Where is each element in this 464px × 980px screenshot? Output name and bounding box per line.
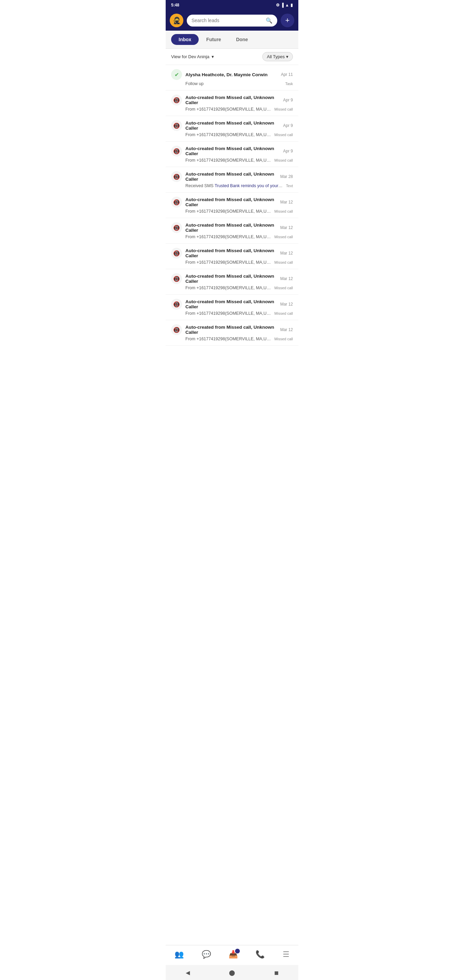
lead-description: Received SMS Trusted Bank reminds you of…: [185, 183, 283, 188]
tab-future[interactable]: Future: [199, 34, 229, 45]
inbox-badge: [235, 949, 240, 953]
list-item[interactable]: 📵 Auto-created from Missed call, Unknown…: [166, 320, 298, 346]
lead-header: 📵 Auto-created from Missed call, Unknown…: [171, 299, 293, 310]
status-bar: 5:48 ⚙ ▐ ▲ ▮: [166, 0, 298, 10]
lead-type-badge: Missed call: [275, 133, 293, 137]
lead-date: Mar 12: [280, 251, 293, 256]
lead-header: 📵 Auto-created from Missed call, Unknown…: [171, 324, 293, 335]
lead-header: 📵 Auto-created from Missed call, Unknown…: [171, 95, 293, 105]
lead-date: Apr 9: [283, 149, 293, 153]
list-item[interactable]: 📵 Auto-created from Missed call, Unknown…: [166, 192, 298, 218]
lead-name-date: Auto-created from Missed call, Unknown C…: [185, 172, 293, 182]
calls-icon: 📞: [256, 950, 265, 959]
chevron-down-icon: ▾: [211, 54, 214, 59]
contacts-icon: 👥: [175, 950, 184, 959]
lead-type-badge: Missed call: [275, 311, 293, 315]
list-item[interactable]: 📵 Auto-created from Missed call, Unknown…: [166, 116, 298, 142]
lead-date: Apr 11: [281, 72, 293, 77]
home-button[interactable]: ⬤: [228, 969, 236, 977]
recent-button[interactable]: ◼: [272, 969, 280, 977]
lead-name: Auto-created from Missed call, Unknown C…: [185, 146, 280, 156]
list-item[interactable]: 📵 Auto-created from Missed call, Unknown…: [166, 142, 298, 167]
system-nav: ◀ ⬤ ◼: [166, 965, 298, 980]
lead-description: From +16177419298(SOMERVILLE, MA,US), to…: [185, 209, 272, 214]
lead-header: 📵 Auto-created from Missed call, Unknown…: [171, 248, 293, 259]
lead-body: From +16177419298(SOMERVILLE, MA,US), to…: [171, 209, 293, 214]
lead-type-badge: Missed call: [275, 260, 293, 264]
lead-avatar: 📵: [171, 146, 182, 156]
lead-type-badge: Task: [285, 82, 293, 86]
menu-icon: ☰: [283, 950, 289, 959]
nav-messages[interactable]: 💬: [196, 949, 216, 960]
lead-date: Mar 12: [280, 225, 293, 230]
filter-row: View for Dev Aninja ▾ All Types ▾: [166, 49, 298, 65]
lead-name-date: Auto-created from Missed call, Unknown C…: [185, 248, 293, 258]
lead-avatar: 📵: [171, 273, 182, 284]
lead-name-date: Auto-created from Missed call, Unknown C…: [185, 146, 293, 156]
lead-avatar: 📵: [171, 299, 182, 310]
lead-body: From +16177419298(SOMERVILLE, MA,US), to…: [171, 285, 293, 290]
search-icon: 🔍: [266, 18, 272, 24]
list-item[interactable]: 📵 Auto-created from Missed call, Unknown…: [166, 91, 298, 116]
search-input[interactable]: [192, 18, 263, 23]
nav-inbox[interactable]: 📥: [223, 949, 243, 960]
list-item[interactable]: 📵 Auto-created from Missed call, Unknown…: [166, 167, 298, 192]
tabs-bar: Inbox Future Done: [166, 30, 298, 49]
tab-inbox[interactable]: Inbox: [171, 34, 199, 45]
settings-icon: ⚙: [276, 3, 280, 8]
type-filter[interactable]: All Types ▾: [262, 52, 293, 61]
lead-name: Auto-created from Missed call, Unknown C…: [185, 299, 278, 309]
lead-date: Mar 12: [280, 302, 293, 307]
lead-avatar: 📵: [171, 171, 182, 182]
list-item[interactable]: 📵 Auto-created from Missed call, Unknown…: [166, 243, 298, 269]
lead-date: Mar 12: [280, 200, 293, 205]
view-filter[interactable]: View for Dev Aninja ▾: [171, 54, 214, 59]
lead-description: From +16177419298(SOMERVILLE, MA,US), to…: [185, 337, 272, 341]
lead-name-date: Auto-created from Missed call, Unknown C…: [185, 325, 293, 335]
list-item[interactable]: 📵 Auto-created from Missed call, Unknown…: [166, 295, 298, 320]
lead-type-badge: Missed call: [275, 235, 293, 239]
nav-menu[interactable]: ☰: [277, 949, 295, 960]
lead-header: 📵 Auto-created from Missed call, Unknown…: [171, 222, 293, 233]
lead-name: Auto-created from Missed call, Unknown C…: [185, 121, 280, 130]
lead-body: From +16177419298(SOMERVILLE, MA,US), to…: [171, 132, 293, 137]
nav-contacts[interactable]: 👥: [169, 949, 189, 960]
add-button[interactable]: +: [281, 14, 294, 27]
lead-avatar: ✔: [171, 69, 182, 80]
lead-name-date: Auto-created from Missed call, Unknown C…: [185, 274, 293, 284]
nav-calls[interactable]: 📞: [250, 949, 270, 960]
lead-name-date: Alysha Heathcote, Dr. Maymie Corwin Apr …: [185, 72, 293, 77]
lead-type-badge: Missed call: [275, 107, 293, 111]
lead-avatar: 📵: [171, 197, 182, 208]
search-bar[interactable]: 🔍: [187, 14, 277, 27]
lead-description: From +16177419298(SOMERVILLE, MA,US), to…: [185, 260, 272, 265]
list-item[interactable]: 📵 Auto-created from Missed call, Unknown…: [166, 269, 298, 295]
lead-avatar: 📵: [171, 324, 182, 335]
lead-body: From +16177419298(SOMERVILLE, MA,US), to…: [171, 158, 293, 163]
lead-name-date: Auto-created from Missed call, Unknown C…: [185, 95, 293, 105]
lead-description: From +16177419298(SOMERVILLE, MA,US), to…: [185, 234, 272, 239]
lead-body: From +16177419298(SOMERVILLE, MA,US), to…: [171, 337, 293, 341]
lead-type-badge: Text: [286, 184, 293, 188]
bottom-nav: 👥 💬 📥 📞 ☰: [166, 945, 298, 965]
tab-done[interactable]: Done: [229, 34, 256, 45]
back-button[interactable]: ◀: [184, 969, 192, 977]
list-item[interactable]: ✔ Alysha Heathcote, Dr. Maymie Corwin Ap…: [166, 65, 298, 91]
lead-header: ✔ Alysha Heathcote, Dr. Maymie Corwin Ap…: [171, 69, 293, 80]
leads-list: ✔ Alysha Heathcote, Dr. Maymie Corwin Ap…: [166, 65, 298, 945]
list-item[interactable]: 📵 Auto-created from Missed call, Unknown…: [166, 218, 298, 243]
type-filter-label: All Types: [267, 54, 285, 59]
lead-header: 📵 Auto-created from Missed call, Unknown…: [171, 197, 293, 208]
lead-description: Follow up: [185, 81, 282, 86]
lead-name-date: Auto-created from Missed call, Unknown C…: [185, 299, 293, 309]
status-icons: ⚙ ▐ ▲ ▮: [276, 3, 293, 8]
lead-avatar: 📵: [171, 120, 182, 131]
messages-icon: 💬: [202, 950, 211, 959]
lead-header: 📵 Auto-created from Missed call, Unknown…: [171, 146, 293, 156]
lead-name: Alysha Heathcote, Dr. Maymie Corwin: [185, 72, 278, 77]
lead-body: Received SMS Trusted Bank reminds you of…: [171, 183, 293, 188]
battery-icon: ▮: [291, 3, 293, 8]
lead-description: From +16177419298(SOMERVILLE, MA,US), to…: [185, 132, 272, 137]
lead-description: From +16177419298(SOMERVILLE, MA,US), to…: [185, 107, 272, 111]
lead-avatar: 📵: [171, 95, 182, 105]
